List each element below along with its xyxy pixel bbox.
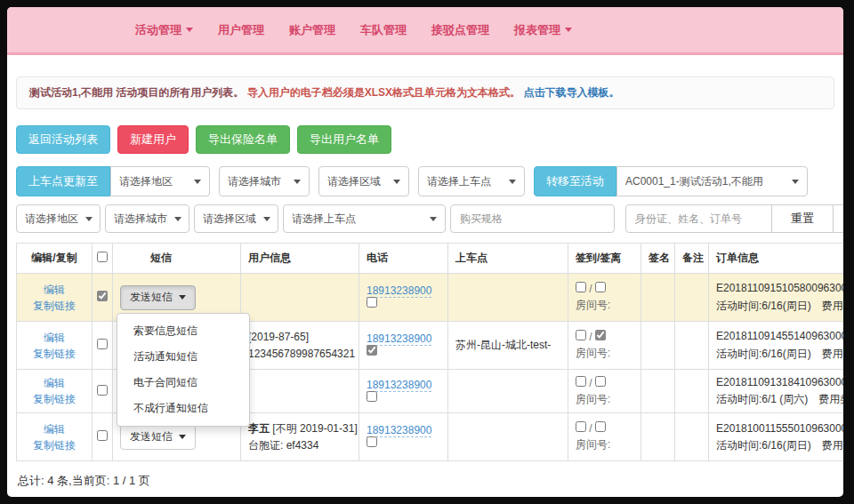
- copy-link[interactable]: 复制链接: [24, 437, 85, 453]
- phone-link[interactable]: 18913238900: [367, 332, 431, 346]
- edit-link[interactable]: 编辑: [24, 375, 85, 391]
- edit-link[interactable]: 编辑: [24, 282, 85, 298]
- region-select[interactable]: 请选择地区: [110, 166, 210, 196]
- edit-link[interactable]: 编辑: [24, 330, 85, 346]
- city-select[interactable]: 请选择城市: [219, 166, 310, 196]
- phone-link[interactable]: 18913238900: [367, 284, 431, 298]
- sms-menu-item-activity-notice[interactable]: 活动通知短信: [117, 344, 249, 370]
- phone-cell: 18913238900: [359, 370, 448, 413]
- pickup-update-group: 上车点更新至 请选择地区: [16, 166, 210, 196]
- nav-item-activity-management[interactable]: 活动管理: [123, 22, 205, 38]
- nav-item-report-management[interactable]: 报表管理: [502, 22, 584, 38]
- new-user-button[interactable]: 新建用户: [117, 125, 189, 154]
- copy-link[interactable]: 复制链接: [24, 391, 85, 407]
- order-info-cell: E20181109131841096300031 活动时间:6/1 (周六) 费…: [709, 370, 844, 413]
- alert-banner: 测试活动1,不能用 活动项目的所有用户列表。 导入用户的电子档必须是XLSX格式…: [16, 76, 834, 109]
- checkin-checkbox[interactable]: [576, 376, 586, 387]
- row-select-cell: [93, 322, 113, 370]
- checkout-checkbox[interactable]: [595, 282, 606, 292]
- filter-button[interactable]: 过滤: [833, 204, 843, 233]
- checkin-checkbox[interactable]: [576, 282, 586, 292]
- checkin-checkbox[interactable]: [576, 421, 586, 432]
- order-number: E20181109131841096300031: [716, 374, 843, 391]
- order-meta: 活动时间:6/16(周日) 费用类型: [716, 298, 843, 315]
- col-header-pickup-point: 上车点: [448, 244, 568, 274]
- checkin-checkout-cell: / 房间号:: [568, 370, 641, 413]
- export-user-list-button[interactable]: 导出用户名单: [297, 125, 391, 154]
- phone-checkbox[interactable]: [367, 345, 377, 356]
- sms-dropdown-menu: 索要信息短信 活动通知短信 电子合同短信 不成行通知短信: [117, 313, 250, 427]
- download-template-link[interactable]: 点击下载导入模板。: [523, 86, 619, 99]
- reset-button[interactable]: 重置: [771, 204, 834, 233]
- user-table: 编辑/复制 短信 用户信息 电话 上车点 签到/签离 签名 备注 订单信息: [16, 243, 843, 461]
- checkout-checkbox[interactable]: [595, 330, 606, 340]
- caret-down-icon: [179, 435, 186, 439]
- row-select-checkbox[interactable]: [97, 339, 108, 349]
- col-header-edit-copy: 编辑/复制: [17, 244, 93, 274]
- activity-select-value: AC0001_1-测试活动1,不能用: [625, 174, 763, 189]
- row-select-checkbox[interactable]: [97, 430, 108, 441]
- sms-menu-item-cancel-notice[interactable]: 不成行通知短信: [117, 396, 249, 421]
- phone-link[interactable]: 18913238900: [367, 379, 431, 392]
- phone-checkbox[interactable]: [367, 436, 377, 447]
- transfer-to-activity-button[interactable]: 转移至活动: [534, 166, 616, 196]
- row-select-checkbox[interactable]: [97, 385, 108, 396]
- main-content: 测试活动1,不能用 活动项目的所有用户列表。 导入用户的电子档必须是XLSX格式…: [7, 76, 843, 489]
- edit-link[interactable]: 编辑: [24, 421, 85, 437]
- checkout-checkbox[interactable]: [595, 421, 606, 432]
- phone-checkbox[interactable]: [367, 391, 377, 402]
- row-select-checkbox[interactable]: [97, 291, 108, 301]
- district-select[interactable]: 请选择区域: [318, 166, 409, 196]
- col-header-user-info: 用户信息: [241, 244, 359, 274]
- caret-down-icon: [85, 217, 93, 221]
- pickup-point-select-2[interactable]: 请选择上车点: [283, 204, 446, 233]
- sms-menu-item-e-contract[interactable]: 电子合同短信: [117, 370, 249, 396]
- checkin-checkbox[interactable]: [576, 330, 586, 340]
- col-header-order-info: 订单信息: [709, 244, 844, 274]
- col-header-signature: 签名: [641, 244, 675, 274]
- pickup-point-select[interactable]: 请选择上车点: [418, 166, 525, 196]
- send-sms-button[interactable]: 发送短信: [120, 285, 196, 310]
- region-select-2[interactable]: 请选择地区: [16, 204, 101, 233]
- export-insurance-list-button[interactable]: 导出保险名单: [196, 125, 290, 154]
- row-select-cell: [93, 274, 113, 322]
- room-number-label: 房间号:: [576, 437, 633, 452]
- purchase-spec-input[interactable]: [450, 204, 615, 233]
- pickup-point-cell: 苏州-昆山-城北-test-: [448, 322, 568, 370]
- region-select-value: 请选择地区: [119, 174, 173, 189]
- send-sms-button[interactable]: 发送短信: [120, 425, 196, 450]
- order-number: E20181109145514096300019: [716, 328, 843, 345]
- signature-cell: [641, 413, 675, 461]
- city-select-value: 请选择城市: [228, 174, 281, 189]
- signature-cell: [641, 274, 675, 322]
- sms-menu-item-request-info[interactable]: 索要信息短信: [117, 318, 249, 344]
- user-info-cell: [241, 274, 359, 322]
- copy-link[interactable]: 复制链接: [24, 346, 85, 362]
- search-input[interactable]: [625, 204, 772, 233]
- district-select-2[interactable]: 请选择区域: [194, 204, 278, 233]
- phone-checkbox[interactable]: [367, 297, 377, 308]
- filter-row-pickup-update: 上车点更新至 请选择地区 请选择城市 请选择区域: [16, 166, 834, 196]
- caret-down-icon: [194, 180, 201, 184]
- copy-link[interactable]: 复制链接: [24, 298, 85, 314]
- activity-select[interactable]: AC0001_1-测试活动1,不能用: [616, 166, 808, 196]
- city-select-2[interactable]: 请选择城市: [105, 204, 189, 233]
- nav-item-user-management[interactable]: 用户管理: [205, 22, 277, 38]
- checkin-checkout-cell: / 房间号:: [568, 413, 641, 461]
- update-pickup-point-button[interactable]: 上车点更新至: [16, 166, 110, 196]
- checkout-checkbox[interactable]: [595, 376, 606, 387]
- nav-item-shuttle-point-management[interactable]: 接驳点管理: [419, 22, 502, 38]
- phone-link[interactable]: 18913238900: [367, 424, 431, 437]
- select-all-checkbox[interactable]: [97, 252, 108, 262]
- checkin-separator: /: [589, 283, 592, 295]
- phone-cell: 18913238900: [359, 413, 448, 461]
- row-select-cell: [93, 370, 113, 413]
- caret-down-icon: [174, 217, 181, 221]
- nav-item-label: 接驳点管理: [431, 22, 489, 38]
- note-cell: [675, 274, 709, 322]
- send-sms-label: 发送短信: [130, 290, 173, 305]
- nav-item-account-management[interactable]: 账户管理: [277, 22, 348, 38]
- nav-item-fleet-management[interactable]: 车队管理: [348, 22, 419, 38]
- back-to-activity-list-button[interactable]: 返回活动列表: [16, 125, 110, 154]
- edit-copy-cell: 编辑 复制链接: [17, 413, 93, 461]
